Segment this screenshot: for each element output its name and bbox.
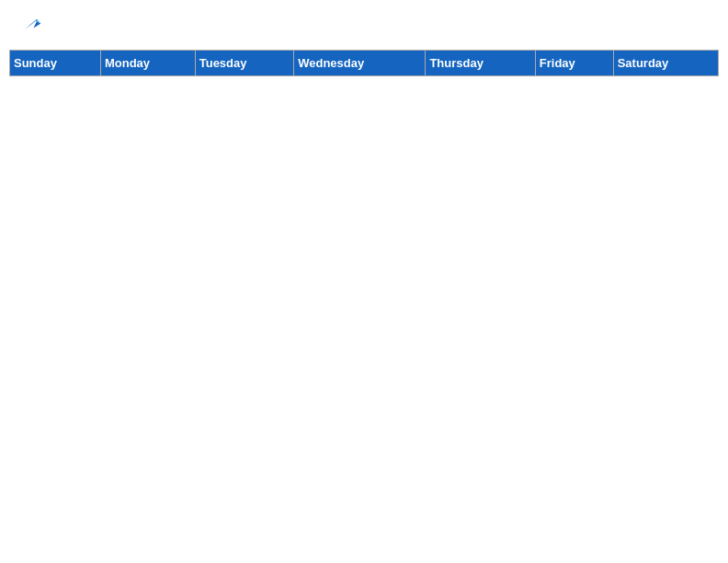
weekday-header-thursday: Thursday — [426, 51, 535, 76]
weekday-header-wednesday: Wednesday — [294, 51, 426, 76]
weekday-header-friday: Friday — [535, 51, 613, 76]
weekday-header-tuesday: Tuesday — [195, 51, 293, 76]
calendar-header-row: SundayMondayTuesdayWednesdayThursdayFrid… — [10, 51, 719, 76]
weekday-header-sunday: Sunday — [10, 51, 101, 76]
weekday-header-monday: Monday — [100, 51, 195, 76]
calendar-table: SundayMondayTuesdayWednesdayThursdayFrid… — [9, 50, 719, 76]
page-header — [9, 9, 719, 42]
svg-marker-0 — [25, 19, 41, 29]
weekday-header-saturday: Saturday — [613, 51, 718, 76]
logo — [18, 15, 42, 37]
logo-bird-icon — [20, 15, 42, 37]
